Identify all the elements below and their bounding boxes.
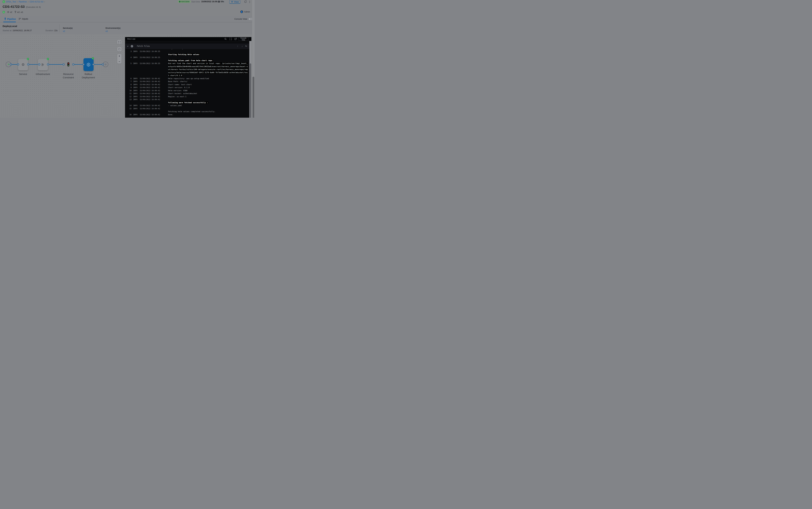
pipeline-icon [4, 18, 6, 20]
log-line: 11 INFO 15/09/2022 16:09:42 Chart bucket… [125, 92, 248, 95]
log-level: INFO [133, 83, 138, 86]
port-dot[interactable] [17, 63, 19, 66]
edge [93, 64, 103, 65]
log-level: INFO [133, 56, 138, 59]
success-check-icon: ✓ [27, 58, 29, 60]
log-message: m:"go1.17.10"} [168, 49, 248, 50]
zoom-controls[interactable]: + − [117, 54, 121, 64]
environments-link[interactable]: e1 [106, 30, 108, 32]
refresh-icon[interactable] [244, 0, 247, 3]
user-menu[interactable]: 👤 Admin [241, 10, 250, 13]
log-line-number: 5 [126, 62, 132, 65]
node-label-resource-constraint: Resource Constraint [60, 72, 77, 79]
elapsed-time: 59s [218, 0, 224, 3]
log-message: Helm repository: aws-qa-setup-modified [168, 77, 248, 80]
port-dot[interactable] [10, 63, 12, 66]
log-message: Did not find the chart and version in lo… [168, 62, 248, 77]
log-line-number: 13 [126, 98, 132, 101]
log-level: INFO [133, 95, 138, 98]
port-dot[interactable] [27, 63, 29, 66]
open-in-new-icon[interactable] [234, 38, 237, 40]
node-rollout-deployment[interactable] [83, 58, 94, 71]
log-lines[interactable]: m:"go1.17.10"} 3 INFO 15/09/2022 16:09:3… [125, 49, 248, 116]
tab-pipeline-label: Pipeline [7, 18, 16, 20]
log-line: 6 INFO 15/09/2022 16:09:42 Helm reposito… [125, 77, 248, 80]
port-dot[interactable] [102, 63, 104, 66]
node-label-infrastructure: Infrastructure [34, 72, 52, 76]
page-title: CDS-41722-S3 [3, 5, 25, 9]
stage-duration: Duration: 22s [45, 29, 58, 32]
breadcrumb-project[interactable]: CFDs_Test [6, 1, 16, 3]
kebab-menu-icon[interactable] [249, 0, 250, 3]
log-timestamp: 15/09/2022 16:09:35 [140, 50, 165, 53]
port-dot[interactable] [47, 63, 49, 66]
log-scrollbar-track [249, 41, 251, 118]
view-button[interactable]: View [229, 0, 241, 4]
environments-tag-label: e2, e1 [17, 11, 23, 13]
search-icon[interactable] [224, 38, 227, 40]
scroll-to-top-icon[interactable]: ↑ [237, 45, 238, 47]
execution-id: (Execution Id: 8) [26, 6, 41, 8]
gear-icon: ⚙ [7, 11, 9, 13]
step-success-check-icon: ✓ [131, 45, 133, 47]
log-line: 15 INFO 15/09/2022 16:09:42 [125, 107, 248, 110]
log-line: 3 INFO 15/09/2022 16:09:35 [125, 50, 248, 53]
marquee-select-button[interactable] [117, 47, 121, 52]
edge [28, 64, 39, 65]
log-line-number: 16 [126, 113, 132, 116]
divider [59, 24, 60, 33]
log-level: INFO [133, 62, 138, 65]
chevron-down-icon[interactable] [127, 45, 128, 47]
page-scrollbar-thumb[interactable] [253, 77, 254, 118]
log-timestamp: 15/09/2022 16:09:42 [140, 95, 165, 98]
log-line-number: 14 [126, 104, 132, 107]
step-logs-header: Step Logs Console View [125, 37, 251, 41]
log-line-number: 11 [126, 92, 132, 95]
step-logs-title: Step Logs [127, 38, 136, 40]
port-dot[interactable] [72, 63, 74, 66]
console-view-button[interactable]: Console View [238, 38, 249, 40]
log-line: 10 INFO 15/09/2022 16:09:42 Helm version… [125, 89, 248, 92]
services-link[interactable]: s2 [63, 30, 65, 32]
tab-inputs[interactable]: Inputs [19, 18, 28, 20]
console-view-label: Console View [234, 18, 247, 20]
tab-pipeline[interactable]: Pipeline [4, 18, 16, 20]
node-service[interactable]: ⚙ [18, 59, 28, 70]
fullscreen-icon[interactable] [230, 38, 232, 40]
zoom-in-button[interactable]: + [118, 55, 120, 57]
success-check-icon: ✓ [47, 58, 49, 60]
breadcrumb-pipelines[interactable]: Pipelines [19, 1, 27, 3]
scroll-to-bottom-icon[interactable]: ↓ [242, 45, 243, 47]
avatar: 👤 [241, 10, 243, 13]
port-dot[interactable] [92, 63, 95, 66]
log-message: Chart version: 0.1.0 [168, 86, 248, 89]
log-level: INFO [133, 104, 138, 107]
play-icon [8, 63, 9, 65]
node-resource-constraint[interactable] [67, 62, 69, 66]
port-dot[interactable] [63, 63, 65, 66]
step-logs-panel: Step Logs Console View ✓ Fetch Files ↑ ↓… [125, 37, 251, 118]
log-level: INFO [133, 77, 138, 80]
log-line: Starting fetching Helm values [125, 53, 248, 56]
log-message: - values.yaml [168, 104, 248, 107]
log-level: INFO [133, 107, 138, 110]
port-dot[interactable] [82, 63, 85, 66]
eye-icon [231, 1, 233, 3]
log-line-number: 8 [126, 83, 132, 86]
rc-red-light [68, 63, 69, 64]
step-section-header[interactable]: ✓ Fetch Files ↑ ↓ 9s [125, 43, 250, 49]
fit-to-screen-button[interactable] [117, 40, 121, 44]
breadcrumb-pipeline-name[interactable]: CDS-41722-S3 [30, 1, 43, 3]
active-tab-indicator [3, 22, 16, 22]
stage-started: Started at: 15/09/2022, 16:09:27 [3, 29, 32, 32]
log-level: INFO [133, 89, 138, 92]
log-level: INFO [133, 80, 138, 83]
log-timestamp: 15/09/2022 16:09:42 [140, 77, 165, 80]
inputs-icon [19, 18, 21, 20]
port-dot[interactable] [38, 63, 40, 66]
zoom-out-button[interactable]: − [118, 60, 120, 63]
success-check-icon: ✓ [179, 1, 181, 2]
log-scrollbar-thumb[interactable] [250, 63, 251, 118]
services-label: Service(s) [63, 27, 73, 29]
log-timestamp: 15/09/2022 16:09:42 [140, 89, 165, 92]
